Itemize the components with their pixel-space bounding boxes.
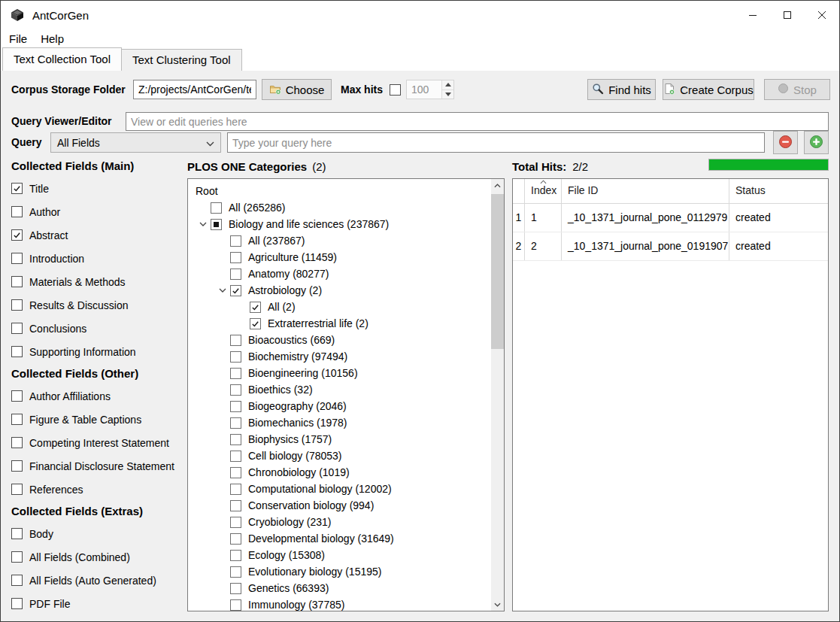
checkbox-unchecked[interactable] (230, 550, 241, 561)
tree-item[interactable]: Immunology (37785) (188, 596, 491, 611)
field-materials-methods[interactable]: Materials & Methods (11, 270, 183, 293)
checkbox-checked[interactable] (230, 285, 241, 296)
checkbox-unchecked[interactable] (11, 346, 23, 357)
spin-down-icon[interactable] (442, 90, 453, 99)
checkbox-unchecked[interactable] (230, 368, 241, 379)
tree-item[interactable]: Biogeography (2046) (188, 398, 491, 414)
tree-item[interactable]: Biology and life sciences (237867) (188, 216, 491, 232)
tree-item[interactable]: Bioethics (32) (188, 381, 491, 398)
column-header-index[interactable]: Index (525, 179, 562, 203)
tab-text-collection-tool[interactable]: Text Collection Tool (2, 47, 122, 71)
tree-item[interactable]: Astrobiology (2) (188, 282, 491, 299)
table-row[interactable]: 2 2 _10_1371_journal_pone_0191907 create… (513, 232, 828, 261)
checkbox-unchecked[interactable] (11, 528, 23, 539)
maximize-button[interactable] (770, 1, 805, 29)
tab-text-clustering-tool[interactable]: Text Clustering Tool (121, 49, 242, 71)
tree-item[interactable]: Conservation biology (994) (188, 497, 491, 514)
minimize-button[interactable] (735, 1, 770, 29)
chevron-down-icon[interactable] (196, 222, 211, 226)
checkbox-unchecked[interactable] (11, 253, 23, 264)
checkbox-unchecked[interactable] (11, 598, 23, 609)
checkbox-unchecked[interactable] (230, 235, 241, 247)
table-row[interactable]: 1 1 _10_1371_journal_pone_0112979 create… (513, 204, 828, 232)
query-viewer-input[interactable] (126, 112, 829, 131)
tree-item[interactable]: Cell biology (78053) (188, 448, 491, 464)
checkbox-unchecked[interactable] (230, 384, 241, 396)
checkbox-unchecked[interactable] (230, 451, 241, 462)
checkbox-unchecked[interactable] (11, 575, 23, 586)
field-author[interactable]: Author (11, 200, 183, 223)
checkbox-unchecked[interactable] (11, 437, 23, 448)
checkbox-unchecked[interactable] (230, 335, 241, 346)
checkbox-checked[interactable] (11, 229, 23, 241)
tree-item[interactable]: Cryobiology (231) (188, 514, 491, 530)
checkbox-checked[interactable] (11, 183, 23, 194)
checkbox-unchecked[interactable] (11, 484, 23, 495)
tree-item[interactable]: Agriculture (11459) (188, 249, 491, 265)
checkbox-unchecked[interactable] (11, 460, 23, 472)
choose-folder-button[interactable]: Choose (262, 79, 332, 100)
checkbox-partial[interactable] (211, 219, 222, 230)
checkbox-unchecked[interactable] (11, 299, 23, 311)
checkbox-unchecked[interactable] (230, 484, 241, 495)
tree-item[interactable]: Biomechanics (1978) (188, 414, 491, 431)
tree-item[interactable]: Biophysics (1757) (188, 431, 491, 448)
checkbox-unchecked[interactable] (230, 351, 241, 363)
field-conclusions[interactable]: Conclusions (11, 317, 183, 340)
tree-item[interactable]: Biochemistry (97494) (188, 348, 491, 365)
find-hits-button[interactable]: Find hits (587, 79, 656, 100)
field-pdf-file[interactable]: PDF File (11, 592, 183, 615)
close-button[interactable] (805, 1, 839, 29)
tree-item[interactable]: Extraterrestrial life (2) (188, 315, 491, 332)
field-abstract[interactable]: Abstract (11, 223, 183, 247)
checkbox-unchecked[interactable] (230, 417, 241, 429)
column-header-status[interactable]: Status (729, 179, 828, 203)
checkbox-unchecked[interactable] (211, 202, 222, 214)
column-header-file-id[interactable]: File ID (562, 179, 729, 203)
scroll-down-icon[interactable] (491, 598, 504, 611)
field-title[interactable]: Title (11, 177, 183, 200)
scrollbar-thumb[interactable] (491, 194, 504, 349)
tree-item[interactable]: Genetics (66393) (188, 580, 491, 596)
checkbox-unchecked[interactable] (11, 276, 23, 287)
row-header[interactable]: 1 (513, 204, 525, 232)
field-references[interactable]: References (11, 478, 183, 501)
checkbox-unchecked[interactable] (230, 583, 241, 594)
field-financial-disclosure[interactable]: Financial Disclosure Statement (11, 454, 183, 478)
tree-item[interactable]: All (265286) (188, 199, 491, 216)
max-hits-checkbox[interactable] (390, 84, 401, 96)
stop-button[interactable]: Stop (764, 79, 830, 100)
spin-up-icon[interactable] (442, 80, 453, 90)
checkbox-unchecked[interactable] (11, 390, 23, 402)
row-header[interactable]: 2 (513, 232, 525, 260)
add-query-button[interactable] (804, 131, 829, 154)
checkbox-unchecked[interactable] (11, 323, 23, 334)
field-author-affiliations[interactable]: Author Affiliations (11, 384, 183, 408)
tree-item[interactable]: Anatomy (80277) (188, 265, 491, 282)
checkbox-unchecked[interactable] (230, 252, 241, 263)
checkbox-unchecked[interactable] (11, 206, 23, 217)
query-field-select[interactable]: All Fields (50, 132, 221, 153)
field-competing-interest[interactable]: Competing Interest Statement (11, 431, 183, 454)
tree-item[interactable]: Developmental biology (31649) (188, 530, 491, 547)
tree-item[interactable]: Bioacoustics (669) (188, 332, 491, 348)
field-supporting-information[interactable]: Supporting Information (11, 340, 183, 363)
checkbox-unchecked[interactable] (230, 269, 241, 280)
tree-item[interactable]: Computational biology (12002) (188, 481, 491, 497)
query-input[interactable] (227, 132, 765, 153)
menu-file[interactable]: File (2, 31, 34, 47)
field-all-fields-auto[interactable]: All Fields (Auto Generated) (11, 569, 183, 592)
checkbox-unchecked[interactable] (230, 566, 241, 578)
checkbox-unchecked[interactable] (230, 467, 241, 478)
field-all-fields-combined[interactable]: All Fields (Combined) (11, 545, 183, 569)
tree-item-root[interactable]: Root (188, 183, 491, 199)
table-corner[interactable] (513, 179, 525, 203)
checkbox-unchecked[interactable] (11, 414, 23, 425)
checkbox-unchecked[interactable] (230, 599, 241, 611)
checkbox-unchecked[interactable] (230, 517, 241, 528)
tree-item[interactable]: Ecology (15308) (188, 547, 491, 563)
tree-item[interactable]: All (237867) (188, 232, 491, 249)
corpus-folder-input[interactable] (133, 80, 256, 99)
tree-scrollbar[interactable] (491, 179, 504, 611)
checkbox-checked[interactable] (250, 318, 261, 329)
